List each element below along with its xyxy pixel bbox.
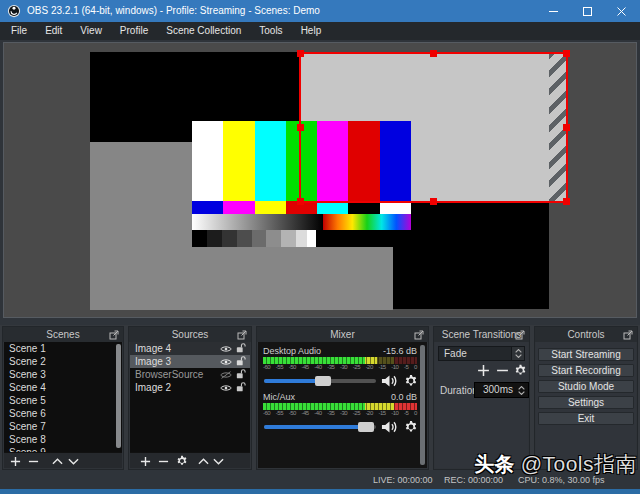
sources-list: Image 4 Image 3 BrowserSource xyxy=(130,342,250,452)
menu-edit[interactable]: Edit xyxy=(36,22,71,40)
move-source-up-button[interactable] xyxy=(197,455,209,467)
menu-view[interactable]: View xyxy=(71,22,111,40)
duration-label: Duration xyxy=(440,385,478,396)
add-scene-button[interactable] xyxy=(9,455,21,467)
volume-slider[interactable] xyxy=(264,379,376,383)
source-item[interactable]: Image 2 xyxy=(130,381,250,394)
watermark-logo-text: 头条 xyxy=(474,453,514,475)
add-source-button[interactable] xyxy=(139,455,151,467)
eye-slash-icon[interactable] xyxy=(220,371,232,379)
popout-icon[interactable] xyxy=(414,330,424,340)
selection-handle[interactable] xyxy=(430,198,437,205)
move-source-down-button[interactable] xyxy=(212,455,224,467)
volume-slider[interactable] xyxy=(264,425,376,429)
channel-db-value: -15.6 dB xyxy=(383,346,417,356)
mixer-header[interactable]: Mixer xyxy=(257,327,428,342)
selection-handle[interactable] xyxy=(563,124,570,131)
meter-ticks: -60-55-50-45-40-35-30-25-20-15-10-50 xyxy=(263,364,417,371)
maximize-button[interactable] xyxy=(570,0,604,22)
source-item-selected[interactable]: Image 3 xyxy=(130,355,250,368)
eye-icon[interactable] xyxy=(220,345,232,353)
move-scene-down-button[interactable] xyxy=(67,455,79,467)
scene-item[interactable]: Scene 3 xyxy=(4,368,122,381)
spinbox-arrows[interactable] xyxy=(516,383,527,397)
scenes-list: Scene 1 Scene 2 Scene 3 Scene 4 Scene 5 … xyxy=(4,342,122,452)
scene-item[interactable]: Scene 8 xyxy=(4,433,122,446)
sources-header[interactable]: Sources xyxy=(129,327,251,342)
selection-handle[interactable] xyxy=(297,124,304,131)
menu-help[interactable]: Help xyxy=(292,22,331,40)
settings-button[interactable]: Settings xyxy=(538,396,634,409)
source-item-hidden[interactable]: BrowserSource xyxy=(130,368,250,381)
preview-viewport[interactable] xyxy=(3,42,637,318)
popout-icon[interactable] xyxy=(623,330,633,340)
menu-scene-collection[interactable]: Scene Collection xyxy=(157,22,250,40)
scene-item[interactable]: Scene 4 xyxy=(4,381,122,394)
volume-slider-handle[interactable] xyxy=(358,422,374,432)
menu-bar: File Edit View Profile Scene Collection … xyxy=(0,22,640,40)
lock-icon[interactable] xyxy=(236,369,246,380)
close-button[interactable] xyxy=(604,0,638,22)
volume-slider-handle[interactable] xyxy=(315,376,331,386)
remove-scene-button[interactable] xyxy=(27,455,39,467)
remove-transition-button[interactable] xyxy=(496,364,509,377)
selection-outline[interactable] xyxy=(299,52,568,203)
source-name: BrowserSource xyxy=(135,369,203,380)
duration-spinbox[interactable]: 300ms xyxy=(474,382,529,398)
maximize-icon xyxy=(583,7,592,16)
obs-logo-icon xyxy=(7,4,21,18)
source-name: Image 4 xyxy=(135,343,171,354)
popout-icon[interactable] xyxy=(109,330,119,340)
selection-handle[interactable] xyxy=(563,198,570,205)
transition-properties-gear-icon[interactable] xyxy=(514,364,527,377)
channel-gear-icon[interactable] xyxy=(404,420,418,434)
speaker-icon[interactable] xyxy=(381,374,398,388)
eye-icon[interactable] xyxy=(220,358,232,366)
close-icon xyxy=(617,7,626,16)
lock-icon[interactable] xyxy=(236,343,246,354)
remove-source-button[interactable] xyxy=(157,455,169,467)
add-transition-button[interactable] xyxy=(477,364,490,377)
eye-icon[interactable] xyxy=(220,384,232,392)
scenes-scrollbar[interactable] xyxy=(116,344,121,448)
scenes-panel: Scenes Scene 1 Scene 2 Scene 3 Scene 4 S… xyxy=(2,326,124,470)
scenes-title: Scenes xyxy=(3,327,123,342)
controls-header[interactable]: Controls xyxy=(535,327,637,342)
menu-tools[interactable]: Tools xyxy=(250,22,291,40)
channel-gear-icon[interactable] xyxy=(404,374,418,388)
scene-item[interactable]: Scene 5 xyxy=(4,394,122,407)
mixer-channel-mic-aux: Mic/Aux 0.0 dB -60-55-50-45-40-35-30-25-… xyxy=(263,392,417,434)
selection-handle[interactable] xyxy=(430,50,437,57)
move-scene-up-button[interactable] xyxy=(51,455,63,467)
scene-transitions-header[interactable]: Scene Transitions xyxy=(434,327,529,342)
scene-item[interactable]: Scene 2 xyxy=(4,355,122,368)
scenes-header[interactable]: Scenes xyxy=(3,327,123,342)
popout-icon[interactable] xyxy=(237,330,247,340)
selection-handle[interactable] xyxy=(297,50,304,57)
start-streaming-button[interactable]: Start Streaming xyxy=(538,348,634,361)
scene-item[interactable]: Scene 1 xyxy=(4,342,122,355)
lock-icon[interactable] xyxy=(236,382,246,393)
lock-icon[interactable] xyxy=(236,356,246,367)
speaker-icon[interactable] xyxy=(381,420,398,434)
menu-profile[interactable]: Profile xyxy=(111,22,157,40)
combo-spinner[interactable] xyxy=(511,347,524,360)
scene-item[interactable]: Scene 7 xyxy=(4,420,122,433)
source-item[interactable]: Image 4 xyxy=(130,342,250,355)
mixer-scrollbar[interactable] xyxy=(420,345,425,465)
dock-area: Scenes Scene 1 Scene 2 Scene 3 Scene 4 S… xyxy=(0,325,640,470)
menu-file[interactable]: File xyxy=(2,22,36,40)
studio-mode-button[interactable]: Studio Mode xyxy=(538,380,634,393)
preview-area xyxy=(0,40,640,325)
source-properties-gear-icon[interactable] xyxy=(176,455,188,467)
preview-source-black-rect-2[interactable] xyxy=(393,203,549,309)
minimize-icon xyxy=(549,11,558,12)
scene-item[interactable]: Scene 6 xyxy=(4,407,122,420)
start-recording-button[interactable]: Start Recording xyxy=(538,364,634,377)
selection-handle[interactable] xyxy=(297,198,304,205)
selection-handle[interactable] xyxy=(563,50,570,57)
minimize-button[interactable] xyxy=(536,0,570,22)
transition-select[interactable]: Fade xyxy=(438,346,525,361)
exit-button[interactable]: Exit xyxy=(538,412,634,425)
popout-icon[interactable] xyxy=(515,330,525,340)
